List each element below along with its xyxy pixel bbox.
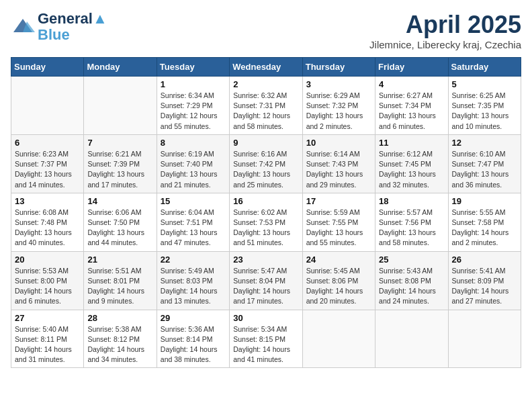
calendar-cell: 15Sunrise: 6:04 AM Sunset: 7:51 PM Dayli… <box>157 193 229 251</box>
calendar-cell: 18Sunrise: 5:57 AM Sunset: 7:56 PM Dayli… <box>375 193 448 251</box>
day-info: Sunrise: 5:38 AM Sunset: 8:12 PM Dayligh… <box>87 324 152 365</box>
day-info: Sunrise: 5:53 AM Sunset: 8:00 PM Dayligh… <box>15 266 80 307</box>
day-number: 1 <box>161 79 226 89</box>
day-number: 5 <box>452 79 517 89</box>
day-info: Sunrise: 5:34 AM Sunset: 8:15 PM Dayligh… <box>233 324 298 365</box>
day-number: 17 <box>306 196 371 206</box>
day-info: Sunrise: 6:25 AM Sunset: 7:35 PM Dayligh… <box>452 91 517 132</box>
calendar-cell: 28Sunrise: 5:38 AM Sunset: 8:12 PM Dayli… <box>84 310 157 368</box>
day-number: 21 <box>87 255 152 265</box>
day-number: 7 <box>87 138 152 148</box>
day-info: Sunrise: 5:43 AM Sunset: 8:08 PM Dayligh… <box>379 266 444 307</box>
title-block: April 2025 Jilemnice, Liberecky kraj, Cz… <box>369 11 521 50</box>
logo: General▲ Blue <box>11 11 107 43</box>
calendar-cell: 12Sunrise: 6:10 AM Sunset: 7:47 PM Dayli… <box>448 134 521 193</box>
day-info: Sunrise: 6:14 AM Sunset: 7:43 PM Dayligh… <box>306 149 371 190</box>
day-info: Sunrise: 6:04 AM Sunset: 7:51 PM Dayligh… <box>161 208 226 248</box>
calendar-cell: 11Sunrise: 6:12 AM Sunset: 7:45 PM Dayli… <box>375 134 448 193</box>
day-header-sunday: Sunday <box>11 58 84 77</box>
day-number: 8 <box>161 138 226 148</box>
calendar-cell: 30Sunrise: 5:34 AM Sunset: 8:15 PM Dayli… <box>230 310 302 368</box>
day-info: Sunrise: 5:59 AM Sunset: 7:55 PM Dayligh… <box>306 208 371 248</box>
calendar-cell: 29Sunrise: 5:36 AM Sunset: 8:14 PM Dayli… <box>157 310 229 368</box>
day-number: 27 <box>15 313 80 323</box>
day-info: Sunrise: 6:29 AM Sunset: 7:32 PM Dayligh… <box>306 91 371 132</box>
calendar-cell: 5Sunrise: 6:25 AM Sunset: 7:35 PM Daylig… <box>448 77 521 135</box>
day-number: 29 <box>161 313 226 323</box>
calendar-cell <box>302 310 375 368</box>
calendar-cell: 17Sunrise: 5:59 AM Sunset: 7:55 PM Dayli… <box>302 193 375 251</box>
calendar-cell: 13Sunrise: 6:08 AM Sunset: 7:48 PM Dayli… <box>11 193 84 251</box>
calendar-cell: 27Sunrise: 5:40 AM Sunset: 8:11 PM Dayli… <box>11 310 84 368</box>
day-header-monday: Monday <box>84 58 157 77</box>
day-info: Sunrise: 5:36 AM Sunset: 8:14 PM Dayligh… <box>161 324 226 365</box>
calendar-table: SundayMondayTuesdayWednesdayThursdayFrid… <box>11 57 521 368</box>
logo-icon <box>11 15 35 39</box>
day-info: Sunrise: 6:27 AM Sunset: 7:34 PM Dayligh… <box>379 91 444 132</box>
day-info: Sunrise: 6:02 AM Sunset: 7:53 PM Dayligh… <box>233 208 298 248</box>
day-info: Sunrise: 5:41 AM Sunset: 8:09 PM Dayligh… <box>452 266 517 307</box>
calendar-cell: 9Sunrise: 6:16 AM Sunset: 7:42 PM Daylig… <box>230 134 302 193</box>
logo-text: General▲ Blue <box>38 11 107 43</box>
day-info: Sunrise: 5:40 AM Sunset: 8:11 PM Dayligh… <box>15 324 80 365</box>
day-number: 20 <box>15 255 80 265</box>
day-info: Sunrise: 6:19 AM Sunset: 7:40 PM Dayligh… <box>161 149 226 190</box>
day-number: 11 <box>379 138 444 148</box>
day-info: Sunrise: 6:34 AM Sunset: 7:29 PM Dayligh… <box>161 91 226 132</box>
calendar-cell: 19Sunrise: 5:55 AM Sunset: 7:58 PM Dayli… <box>448 193 521 251</box>
day-info: Sunrise: 6:23 AM Sunset: 7:37 PM Dayligh… <box>15 149 80 190</box>
calendar-cell: 6Sunrise: 6:23 AM Sunset: 7:37 PM Daylig… <box>11 134 84 193</box>
location: Jilemnice, Liberecky kraj, Czechia <box>369 39 521 50</box>
calendar-cell: 2Sunrise: 6:32 AM Sunset: 7:31 PM Daylig… <box>230 77 302 135</box>
day-number: 9 <box>233 138 298 148</box>
day-number: 28 <box>87 313 152 323</box>
calendar-week-1: 1Sunrise: 6:34 AM Sunset: 7:29 PM Daylig… <box>11 77 521 135</box>
calendar-week-3: 13Sunrise: 6:08 AM Sunset: 7:48 PM Dayli… <box>11 193 521 251</box>
page-header: General▲ Blue April 2025 Jilemnice, Libe… <box>11 11 521 50</box>
day-header-saturday: Saturday <box>448 58 521 77</box>
day-number: 4 <box>379 79 444 89</box>
calendar-cell: 22Sunrise: 5:49 AM Sunset: 8:03 PM Dayli… <box>157 251 229 310</box>
month-title: April 2025 <box>369 11 521 39</box>
calendar-cell: 20Sunrise: 5:53 AM Sunset: 8:00 PM Dayli… <box>11 251 84 310</box>
calendar-cell <box>11 77 84 135</box>
day-number: 16 <box>233 196 298 206</box>
day-number: 2 <box>233 79 298 89</box>
calendar-week-4: 20Sunrise: 5:53 AM Sunset: 8:00 PM Dayli… <box>11 251 521 310</box>
day-info: Sunrise: 6:21 AM Sunset: 7:39 PM Dayligh… <box>87 149 152 190</box>
calendar-cell <box>375 310 448 368</box>
day-info: Sunrise: 5:49 AM Sunset: 8:03 PM Dayligh… <box>161 266 226 307</box>
calendar-cell: 1Sunrise: 6:34 AM Sunset: 7:29 PM Daylig… <box>157 77 229 135</box>
day-number: 25 <box>379 255 444 265</box>
day-number: 13 <box>15 196 80 206</box>
day-number: 19 <box>452 196 517 206</box>
day-number: 30 <box>233 313 298 323</box>
day-number: 3 <box>306 79 371 89</box>
day-number: 23 <box>233 255 298 265</box>
day-info: Sunrise: 5:57 AM Sunset: 7:56 PM Dayligh… <box>379 208 444 248</box>
day-info: Sunrise: 6:16 AM Sunset: 7:42 PM Dayligh… <box>233 149 298 190</box>
calendar-cell: 4Sunrise: 6:27 AM Sunset: 7:34 PM Daylig… <box>375 77 448 135</box>
calendar-cell: 24Sunrise: 5:45 AM Sunset: 8:06 PM Dayli… <box>302 251 375 310</box>
day-number: 24 <box>306 255 371 265</box>
calendar-cell: 21Sunrise: 5:51 AM Sunset: 8:01 PM Dayli… <box>84 251 157 310</box>
calendar-cell: 23Sunrise: 5:47 AM Sunset: 8:04 PM Dayli… <box>230 251 302 310</box>
day-info: Sunrise: 5:55 AM Sunset: 7:58 PM Dayligh… <box>452 208 517 248</box>
day-info: Sunrise: 6:08 AM Sunset: 7:48 PM Dayligh… <box>15 208 80 248</box>
day-header-wednesday: Wednesday <box>230 58 302 77</box>
calendar-week-5: 27Sunrise: 5:40 AM Sunset: 8:11 PM Dayli… <box>11 310 521 368</box>
calendar-cell <box>84 77 157 135</box>
calendar-cell <box>448 310 521 368</box>
day-info: Sunrise: 6:12 AM Sunset: 7:45 PM Dayligh… <box>379 149 444 190</box>
day-header-thursday: Thursday <box>302 58 375 77</box>
day-info: Sunrise: 5:45 AM Sunset: 8:06 PM Dayligh… <box>306 266 371 307</box>
calendar-cell: 25Sunrise: 5:43 AM Sunset: 8:08 PM Dayli… <box>375 251 448 310</box>
day-number: 6 <box>15 138 80 148</box>
day-number: 18 <box>379 196 444 206</box>
calendar-cell: 3Sunrise: 6:29 AM Sunset: 7:32 PM Daylig… <box>302 77 375 135</box>
day-number: 14 <box>87 196 152 206</box>
calendar-cell: 16Sunrise: 6:02 AM Sunset: 7:53 PM Dayli… <box>230 193 302 251</box>
calendar-cell: 14Sunrise: 6:06 AM Sunset: 7:50 PM Dayli… <box>84 193 157 251</box>
day-info: Sunrise: 5:51 AM Sunset: 8:01 PM Dayligh… <box>87 266 152 307</box>
day-header-tuesday: Tuesday <box>157 58 229 77</box>
